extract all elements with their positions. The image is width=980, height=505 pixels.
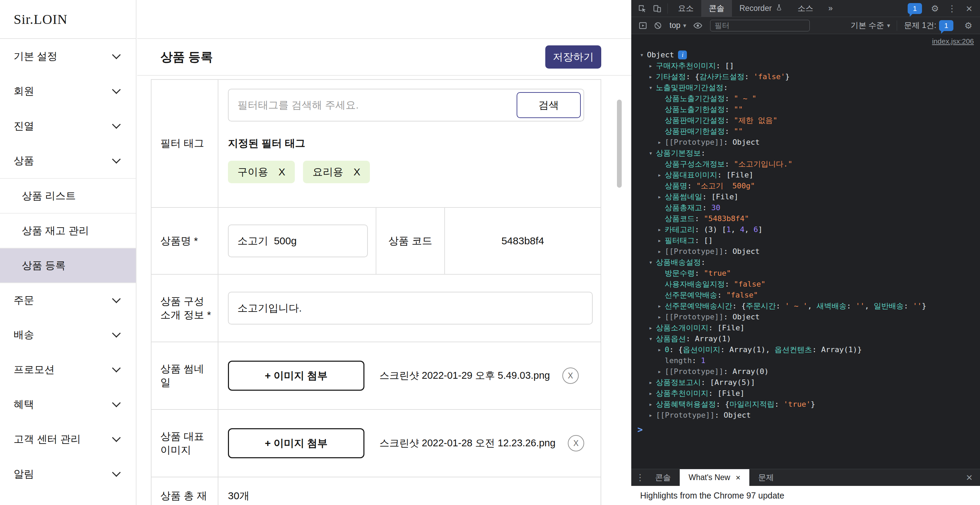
drawer-close-icon[interactable]: × — [966, 471, 977, 484]
devtools-tab[interactable]: 소스 — [790, 0, 821, 17]
expander-icon[interactable]: ▸ — [646, 322, 656, 333]
main-image-remove-button[interactable]: X — [568, 435, 584, 451]
main-image-attach-button[interactable]: + 이미지 첨부 — [228, 428, 364, 458]
thumbnail-remove-button[interactable]: X — [562, 368, 579, 384]
devtools-menu-icon[interactable]: ⋮ — [945, 1, 959, 16]
console-text: "소고기입니다." — [734, 159, 793, 170]
sidebar-item[interactable]: 주문 — [0, 282, 136, 317]
console-text: 선주문예약배송시간 — [665, 301, 732, 312]
expander-icon[interactable]: ▾ — [646, 257, 656, 268]
console-tree-row: ▾상품배송설정: — [637, 257, 980, 268]
drawer-tab[interactable]: 문제 — [749, 469, 783, 486]
console-text: 카테고리 — [665, 224, 695, 235]
expander-icon[interactable]: ▾ — [646, 82, 656, 93]
sidebar-item[interactable]: 고객 센터 관리 — [0, 422, 136, 457]
devtools-close-icon[interactable]: × — [962, 1, 977, 16]
expander-icon[interactable]: ▸ — [654, 170, 665, 180]
issues-counter-icon[interactable]: 1 — [908, 3, 922, 14]
devtools-tab[interactable]: » — [821, 0, 840, 17]
expander-icon[interactable]: ▸ — [646, 410, 656, 421]
expander-icon[interactable]: ▸ — [654, 344, 665, 355]
expander-icon[interactable]: ▸ — [646, 71, 656, 82]
info-icon[interactable]: i — [678, 51, 687, 59]
thumbnail-label: 상품 썸네일 — [151, 342, 218, 409]
devtools-tab[interactable]: 요소 — [670, 0, 701, 17]
expander-icon[interactable]: ▸ — [654, 301, 665, 312]
console-tree-row: 상품코드: "5483b8f4" — [637, 213, 980, 224]
console-tree-row: ▸상품썸네일: [File] — [637, 191, 980, 202]
expander-icon[interactable]: ▸ — [654, 137, 665, 148]
console-text: "5483b8f4" — [704, 213, 749, 224]
console-text: : — [776, 301, 785, 312]
filter-tag-search-input[interactable] — [229, 99, 498, 111]
expander-icon[interactable]: ▸ — [654, 224, 665, 235]
devtools-tab[interactable]: 콘솔 — [701, 0, 732, 17]
console-text: : — [714, 410, 724, 421]
sidebar-item[interactable]: 기본 설정 — [0, 39, 136, 74]
expander-icon[interactable]: ▸ — [646, 399, 656, 410]
source-location-link[interactable]: index.jsx:206 — [932, 37, 974, 45]
console-tree-row: ▸0: {옵션이미지: Array(1), 옵션컨텐츠: Array(1)} — [637, 344, 980, 355]
inspect-element-icon[interactable] — [635, 1, 650, 16]
drawer-tab[interactable]: What's New× — [680, 469, 749, 486]
console-text: Array(0) — [733, 366, 769, 377]
sidebar-item[interactable]: 상품 등록 — [0, 248, 136, 282]
issues-link[interactable]: 문제 1건: 1 — [904, 20, 957, 31]
filter-tag-search-button[interactable]: 검색 — [517, 92, 581, 118]
expander-icon[interactable]: ▸ — [654, 312, 665, 322]
console-text: [File] — [718, 322, 745, 333]
expander-icon[interactable]: ▾ — [646, 333, 656, 344]
filter-tag: 구이용X — [228, 161, 295, 183]
sidebar-item[interactable]: 회원 — [0, 74, 136, 108]
scrollbar-thumb[interactable] — [617, 100, 622, 188]
remove-tag-button[interactable]: X — [278, 166, 285, 178]
device-toolbar-icon[interactable] — [650, 1, 665, 16]
chevron-down-icon — [112, 155, 121, 163]
drawer-tab[interactable]: 콘솔 — [646, 469, 680, 486]
console-tree-row: ▸[[Prototype]]: Object — [637, 137, 980, 148]
sidebar-item[interactable]: 상품 재고 관리 — [0, 213, 136, 248]
drawer-menu-icon[interactable]: ⋮ — [634, 472, 646, 483]
save-button[interactable]: 저장하기 — [545, 45, 601, 69]
expander-icon[interactable]: ▸ — [646, 61, 656, 71]
console-tree-row: ▸상품대표이미지: [File] — [637, 170, 980, 180]
settings-gear-icon[interactable]: ⚙ — [928, 1, 942, 16]
log-level-selector[interactable]: 기본 수준 ▾ — [851, 20, 890, 31]
sidebar-item[interactable]: 진열 — [0, 108, 136, 143]
context-selector[interactable]: top ▾ — [670, 21, 686, 30]
devtools-tab[interactable]: Recorder — [732, 0, 790, 17]
expander-icon[interactable]: ▸ — [654, 366, 665, 377]
tab-close-icon[interactable]: × — [736, 473, 740, 483]
clear-console-icon[interactable] — [651, 18, 665, 33]
console-text: : — [708, 388, 718, 399]
live-expression-eye-icon[interactable] — [690, 18, 705, 33]
sidebar-item[interactable]: 알림 — [0, 457, 136, 491]
sidebar-item[interactable]: 상품 리스트 — [0, 178, 136, 213]
thumbnail-attach-button[interactable]: + 이미지 첨부 — [228, 361, 364, 391]
expander-icon[interactable]: ▾ — [637, 49, 647, 61]
sidebar-item[interactable]: 프로모션 — [0, 352, 136, 387]
sidebar-item[interactable]: 배송 — [0, 317, 136, 352]
console-filter-input[interactable] — [710, 20, 810, 31]
console-text: 1 — [701, 355, 705, 366]
console-tree-row: ▸상품추천이미지: [File] — [637, 388, 980, 399]
sidebar-item-label: 진열 — [14, 119, 34, 133]
console-tree-row: 상품판매기간설정: "제한 없음" — [637, 115, 980, 126]
sidebar-item[interactable]: 상품 — [0, 143, 136, 178]
description-input[interactable]: 소고기입니다. — [228, 292, 593, 325]
console-sidebar-toggle-icon[interactable] — [635, 18, 651, 33]
expander-icon[interactable]: ▸ — [646, 388, 656, 399]
remove-tag-button[interactable]: X — [353, 166, 360, 178]
console-text: : { — [686, 71, 700, 82]
expander-icon[interactable]: ▸ — [654, 246, 665, 257]
product-name-input[interactable]: 소고기 500g — [228, 225, 368, 257]
console-prompt[interactable]: > — [631, 424, 980, 436]
console-tree-row: ▸[[Prototype]]: Array(0) — [637, 366, 980, 377]
expander-icon[interactable]: ▸ — [646, 377, 656, 388]
expander-icon[interactable]: ▾ — [646, 148, 656, 159]
console-settings-gear-icon[interactable]: ⚙ — [961, 18, 976, 33]
expander-icon[interactable]: ▸ — [654, 191, 665, 202]
form-row-thumbnail: 상품 썸네일 + 이미지 첨부 스크린샷 2022-01-29 오후 5.49.… — [151, 342, 601, 410]
expander-icon[interactable]: ▸ — [654, 235, 665, 246]
sidebar-item[interactable]: 혜택 — [0, 387, 136, 422]
